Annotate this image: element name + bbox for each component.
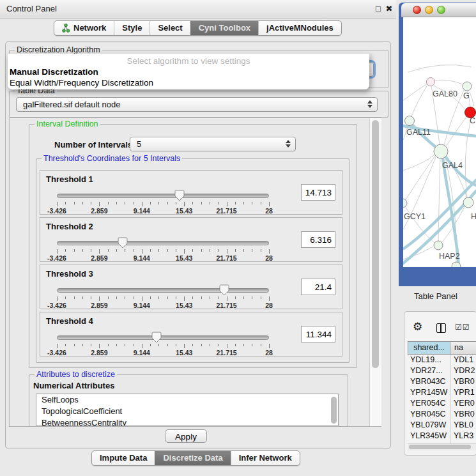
tick-label: 9.144 <box>134 207 150 215</box>
network-node-h[interactable] <box>463 197 473 208</box>
table-row[interactable]: YER054CYER0 <box>408 398 476 409</box>
split-columns-icon[interactable] <box>436 323 446 333</box>
tick-mark <box>176 344 176 346</box>
table-row[interactable]: YLR345WYLR3 <box>408 431 476 441</box>
table-row[interactable]: YBR045CYBR0 <box>408 409 476 420</box>
tab-infer-network[interactable]: Infer Network <box>231 451 300 465</box>
cell-name[interactable]: YER0 <box>450 398 475 409</box>
threshold-1-slider[interactable]: -3.4262.8599.14415.4321.71528 <box>57 190 269 214</box>
list-item[interactable]: BetweennessCentrality <box>36 417 338 426</box>
cell-name[interactable]: YBL0 <box>450 420 473 431</box>
network-node-gal11[interactable] <box>405 116 415 126</box>
slider-thumb[interactable] <box>174 190 185 201</box>
threshold-3-slider[interactable]: -3.4262.8599.14415.4321.71528 <box>57 284 269 309</box>
scrollbar-thumb[interactable] <box>372 120 379 368</box>
tick-mark <box>150 344 151 346</box>
cell-name[interactable]: YPR1 <box>450 387 475 398</box>
tab-network[interactable]: Network <box>54 21 114 35</box>
network-node-gal4[interactable] <box>434 144 448 158</box>
tab-select[interactable]: Select <box>150 21 190 35</box>
network-node-gcy1[interactable] <box>403 199 407 208</box>
network-edge[interactable] <box>411 85 427 116</box>
table-data-combobox[interactable]: galFiltered.sif default node <box>16 97 378 112</box>
table-hscrollbar[interactable] <box>408 443 476 450</box>
slider-thumb[interactable] <box>219 284 229 296</box>
tick-mark <box>116 202 117 204</box>
node-label: G <box>463 91 470 100</box>
cell-name[interactable]: YDL1 <box>450 355 473 365</box>
checkbox-icons[interactable]: ☑☑ <box>455 323 470 332</box>
threshold-4-value-input[interactable] <box>301 326 335 342</box>
table-row[interactable]: YBR043CYBR0 <box>408 376 476 387</box>
algorithm-dropdown-popup: Select algorithm to view settings Manual… <box>8 54 369 89</box>
tab-discretize-data[interactable]: Discretize Data <box>155 451 230 465</box>
minimize-traffic-icon[interactable] <box>425 6 433 14</box>
tick-mark <box>167 344 168 346</box>
list-scrollbar-thumb[interactable] <box>331 397 337 424</box>
cell-name[interactable]: YLR3 <box>450 431 473 441</box>
network-edge[interactable] <box>434 80 463 84</box>
list-item[interactable]: TopologicalCoefficient <box>36 406 338 417</box>
tick-mark <box>201 344 202 346</box>
network-edge[interactable] <box>403 84 427 100</box>
close-icon[interactable]: ✖ <box>384 4 394 14</box>
cell-shared-name[interactable]: YDR27... <box>408 365 450 376</box>
column-header-name[interactable]: na <box>450 341 476 355</box>
threshold-3-value-input[interactable] <box>301 279 335 295</box>
threshold-2-slider[interactable]: -3.4262.8599.14415.4321.71528 <box>57 237 269 261</box>
cell-shared-name[interactable]: YER054C <box>408 398 450 409</box>
apply-button[interactable]: Apply <box>165 429 207 443</box>
tick-label: 28 <box>265 349 273 357</box>
table-row[interactable]: YPR145WYPR1 <box>408 387 476 398</box>
threshold-1-value-input[interactable] <box>301 184 335 201</box>
dropdown-item-equal-width[interactable]: Equal Width/Frequency Discretization <box>8 77 369 88</box>
cell-shared-name[interactable]: YBL079W <box>408 420 450 431</box>
network-window-titlebar[interactable] <box>401 3 476 17</box>
zoom-traffic-icon[interactable] <box>437 6 445 14</box>
control-panel-titlebar: Control Panel □ ✖ <box>0 0 396 19</box>
cell-shared-name[interactable]: YDL19... <box>408 355 450 365</box>
tab-impute-data[interactable]: Impute Data <box>92 451 155 465</box>
cell-name[interactable]: YBR0 <box>450 409 475 420</box>
slider-track[interactable] <box>57 194 269 198</box>
network-canvas[interactable]: GAL80GAL11GAL4GCY1HHAP2GC <box>403 17 476 267</box>
close-traffic-icon[interactable] <box>413 6 421 14</box>
network-node-gal80[interactable] <box>427 78 435 86</box>
slider-track[interactable] <box>57 335 269 340</box>
list-item[interactable]: SelfLoops <box>36 394 338 406</box>
cell-shared-name[interactable]: YPR145W <box>408 387 450 398</box>
cell-shared-name[interactable]: YBR045C <box>408 409 450 420</box>
tab-style[interactable]: Style <box>114 21 150 35</box>
numerical-attributes-list[interactable]: SelfLoopsTopologicalCoefficientBetweenne… <box>36 394 339 426</box>
threshold-4-slider[interactable]: -3.4262.8599.14415.4321.71528 <box>57 332 269 356</box>
float-window-icon[interactable]: □ <box>373 4 383 14</box>
table-row[interactable]: YDR27...YDR2 <box>408 365 476 376</box>
scrollbar-thumb[interactable] <box>409 445 471 449</box>
network-node[interactable] <box>463 82 472 91</box>
gear-icon[interactable]: ⚙ <box>413 320 422 334</box>
slider-thumb[interactable] <box>151 332 162 343</box>
settings-scrollbar[interactable] <box>369 118 381 426</box>
num-intervals-combobox[interactable]: 5 <box>130 137 296 151</box>
cell-shared-name[interactable]: YLR345W <box>408 431 450 441</box>
threshold-2-value-input[interactable] <box>301 231 335 248</box>
network-node-hap2[interactable] <box>434 241 443 250</box>
cell-name[interactable]: YBR0 <box>450 376 475 387</box>
table-row[interactable]: YBL079WYBL0 <box>408 420 476 431</box>
tab-cyni-toolbox[interactable]: Cyni Toolbox <box>190 21 258 35</box>
cell-name[interactable]: YDR2 <box>450 365 475 376</box>
tick-mark <box>176 202 176 204</box>
network-edge[interactable] <box>408 65 472 72</box>
tab-jactivemnodules[interactable]: jActiveMNodules <box>258 21 341 35</box>
dropdown-hint: Select algorithm to view settings <box>8 54 369 66</box>
tick-mark <box>108 344 109 346</box>
dropdown-item-manual[interactable]: Manual Discretization <box>8 66 369 77</box>
cell-shared-name[interactable]: YBR043C <box>408 376 450 387</box>
column-header-shared[interactable]: shared... <box>408 341 450 355</box>
slider-thumb[interactable] <box>118 237 128 249</box>
slider-track[interactable] <box>57 241 269 245</box>
network-edge[interactable] <box>403 155 434 171</box>
table-row[interactable]: YDL19...YDL1 <box>408 355 476 365</box>
tick-mark <box>235 344 236 346</box>
slider-track[interactable] <box>57 288 269 293</box>
